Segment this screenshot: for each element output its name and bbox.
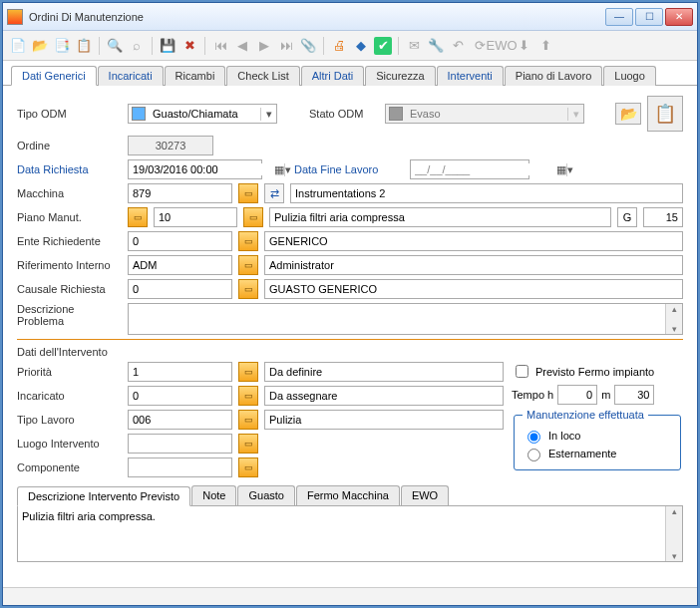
open-icon[interactable]: 📂	[31, 37, 49, 55]
tipo-lavoro-code[interactable]	[128, 410, 232, 430]
lookup-button[interactable]: ▭	[238, 183, 258, 203]
scroll-down-icon[interactable]: ▾	[666, 551, 682, 561]
down-icon[interactable]: ⬇	[515, 37, 532, 55]
macchina-desc: Instrumentations 2	[290, 183, 683, 203]
stato-odm-select: Evaso ▾	[385, 104, 584, 124]
search-icon[interactable]: ⌕	[128, 37, 146, 55]
tab-altri-dati[interactable]: Altri Dati	[301, 66, 365, 86]
up-icon[interactable]: ⬆	[536, 37, 554, 55]
lookup-button[interactable]: ▭	[238, 386, 258, 406]
tempo-h-field[interactable]	[557, 385, 597, 405]
tab-check-list[interactable]: Check List	[226, 66, 299, 86]
subtab-guasto[interactable]: Guasto	[237, 485, 294, 505]
componente-label: Componente	[17, 461, 122, 473]
lookup-button[interactable]: ▭	[243, 207, 263, 227]
data-richiesta-input[interactable]	[129, 163, 274, 175]
titlebar: Ordini Di Manutenzione — ☐ ✕	[3, 3, 697, 31]
desc-problema-label: Descrizione Problema	[17, 303, 122, 327]
desc-problema-field[interactable]	[129, 304, 665, 334]
g-value[interactable]	[643, 207, 683, 227]
print-icon[interactable]: 🖨	[330, 37, 348, 55]
copy-icon[interactable]: 📑	[53, 37, 71, 55]
tab-piano-di-lavoro[interactable]: Piano di Lavoro	[505, 66, 602, 86]
attachment-icon[interactable]: 📎	[299, 37, 317, 55]
manutenzione-effettuata-label: Manutenzione effettuata	[523, 409, 648, 421]
tree-button[interactable]: ⇄	[264, 183, 284, 203]
lookup-button[interactable]: ▭	[238, 410, 258, 430]
luogo-code[interactable]	[128, 434, 232, 454]
priorita-code[interactable]	[128, 362, 232, 382]
subtab-descrizione-intervento-previsto[interactable]: Descrizione Intervento Previsto	[17, 486, 190, 506]
data-fine-lavoro-field[interactable]: ▦ ▾	[410, 159, 529, 179]
macchina-code[interactable]	[128, 183, 232, 203]
subtab-note[interactable]: Note	[191, 485, 236, 505]
delete-icon[interactable]: ✖	[180, 37, 198, 55]
previsto-fermo-checkbox[interactable]	[516, 365, 528, 378]
last-record-icon[interactable]: ⏭	[277, 37, 295, 55]
minimize-button[interactable]: —	[605, 8, 633, 26]
tools-icon[interactable]: 🔧	[427, 37, 445, 55]
lookup-button[interactable]: ▭	[238, 231, 258, 251]
chevron-down-icon[interactable]: ▾	[284, 163, 291, 176]
lookup-button[interactable]: ▭	[238, 279, 258, 299]
radio-esternamente[interactable]	[527, 449, 540, 461]
rif-interno-code[interactable]	[128, 255, 232, 275]
radio-esternamente-label: Esternamente	[548, 448, 616, 459]
incaricato-desc: Da assegnare	[264, 386, 504, 406]
incaricato-code[interactable]	[128, 386, 232, 406]
tab-incaricati[interactable]: Incaricati	[98, 66, 164, 86]
lookup-button[interactable]: ▭	[128, 207, 148, 227]
mail-icon[interactable]: ✉	[405, 37, 423, 55]
document-icon[interactable]: 📋	[647, 96, 683, 132]
maximize-button[interactable]: ☐	[635, 8, 663, 26]
next-record-icon[interactable]: ▶	[255, 37, 273, 55]
tab-sicurezza[interactable]: Sicurezza	[365, 66, 435, 86]
approve-icon[interactable]: ✔	[374, 37, 392, 55]
data-richiesta-field[interactable]: ▦ ▾	[128, 159, 262, 179]
scroll-up-icon[interactable]: ▴	[666, 304, 682, 314]
calendar-icon[interactable]: ▦	[556, 163, 566, 176]
chevron-down-icon[interactable]: ▾	[566, 163, 573, 176]
subtab-ewo[interactable]: EWO	[401, 485, 449, 505]
main-window: Ordini Di Manutenzione — ☐ ✕ 📄 📂 📑 📋 🔍 ⌕…	[2, 2, 698, 606]
desc-intervento-field[interactable]	[18, 506, 665, 561]
tab-luogo[interactable]: Luogo	[603, 66, 656, 86]
scroll-down-icon[interactable]: ▾	[666, 324, 682, 334]
tab-interventi[interactable]: Interventi	[437, 66, 504, 86]
new-icon[interactable]: 📄	[9, 37, 27, 55]
tipo-lavoro-desc: Pulizia	[264, 410, 504, 430]
ewo-icon[interactable]: EWO	[493, 37, 511, 55]
causale-code[interactable]	[128, 279, 232, 299]
func-icon[interactable]: ◆	[352, 37, 370, 55]
lookup-button[interactable]: ▭	[238, 362, 258, 382]
close-button[interactable]: ✕	[665, 8, 693, 26]
binoculars-icon[interactable]: 🔍	[106, 37, 124, 55]
prev-record-icon[interactable]: ◀	[233, 37, 251, 55]
tempo-m-field[interactable]	[614, 385, 654, 405]
calendar-icon[interactable]: ▦	[274, 163, 284, 176]
tipo-odm-select[interactable]: Guasto/Chiamata ▾	[128, 104, 277, 124]
folder-open-icon[interactable]: 📂	[615, 103, 641, 125]
first-record-icon[interactable]: ⏮	[211, 37, 229, 55]
undo-icon[interactable]: ↶	[449, 37, 467, 55]
clone-icon[interactable]: 📋	[75, 37, 93, 55]
data-fine-lavoro-input[interactable]	[411, 163, 556, 175]
componente-code[interactable]	[128, 457, 232, 477]
lookup-button[interactable]: ▭	[238, 255, 258, 275]
tab-ricambi[interactable]: Ricambi	[165, 66, 226, 86]
ente-rich-code[interactable]	[128, 231, 232, 251]
stato-odm-label: Stato ODM	[309, 108, 379, 120]
piano-manut-code[interactable]	[154, 207, 237, 227]
lookup-button[interactable]: ▭	[238, 457, 258, 477]
previsto-fermo-label: Previsto Fermo impianto	[535, 366, 654, 378]
subtab-fermo-macchina[interactable]: Fermo Macchina	[296, 485, 400, 505]
chevron-down-icon[interactable]: ▾	[260, 108, 276, 121]
radio-inloco[interactable]	[527, 431, 540, 444]
lookup-button[interactable]: ▭	[238, 434, 258, 454]
scroll-up-icon[interactable]: ▴	[666, 506, 682, 516]
tab-dati-generici[interactable]: Dati Generici	[11, 66, 97, 86]
save-icon[interactable]: 💾	[159, 37, 176, 55]
data-richiesta-label[interactable]: Data Richiesta	[17, 163, 122, 175]
data-fine-lavoro-label[interactable]: Data Fine Lavoro	[294, 163, 404, 175]
desc-intervento-panel: ▴ ▾	[17, 506, 683, 562]
